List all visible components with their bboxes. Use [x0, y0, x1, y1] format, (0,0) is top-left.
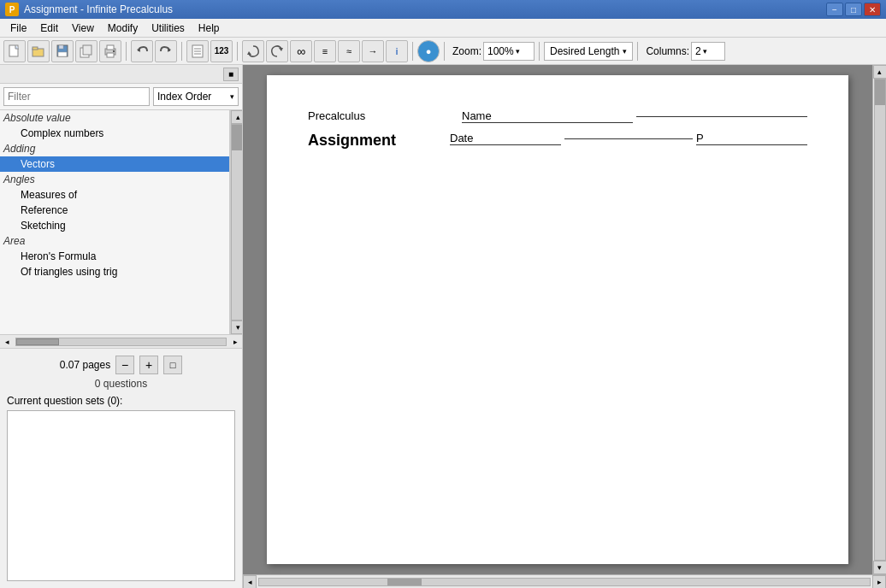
tree-scroll-up[interactable]: ▴ [231, 110, 242, 124]
undo-button[interactable] [131, 40, 153, 62]
menu-help[interactable]: Help [192, 19, 227, 37]
svg-rect-2 [32, 47, 38, 50]
doc-date-line: Date P [446, 132, 807, 145]
hscroll-left[interactable]: ◂ [0, 335, 14, 349]
sets-box[interactable] [7, 410, 235, 581]
equals-btn[interactable]: ≡ [314, 40, 336, 62]
info-area: 0.07 pages − + □ 0 questions Current que… [0, 348, 242, 588]
minimize-button[interactable]: − [826, 3, 843, 16]
tree-scroll-thumb[interactable] [232, 125, 242, 150]
tree-item-adding[interactable]: Adding [0, 141, 229, 156]
tree-item-angles[interactable]: Angles [0, 172, 229, 187]
right-scroll-down[interactable]: ▾ [873, 561, 887, 574]
bottom-scroll-right[interactable]: ▸ [872, 575, 886, 589]
pages-plus-button[interactable]: + [139, 356, 158, 374]
redo-button[interactable] [155, 40, 177, 62]
right-scroll-thumb[interactable] [875, 79, 885, 105]
filter-input[interactable] [3, 87, 150, 106]
zoom-combo[interactable]: 100%▾ [483, 42, 535, 61]
tree-item-measures-of[interactable]: Measures of [0, 187, 229, 203]
refresh2-btn[interactable] [266, 40, 288, 62]
menu-edit[interactable]: Edit [33, 19, 65, 37]
pages-value: 0.07 pages [60, 359, 110, 371]
tree-item-vectors[interactable]: Vectors [0, 156, 229, 172]
current-sets-label: Current question sets (0): [7, 395, 235, 407]
tree-item-absolute-value[interactable]: Absolute value [0, 110, 229, 126]
open-button[interactable] [27, 40, 50, 62]
columns-combo[interactable]: 2▾ [691, 42, 725, 61]
right-scrollbar: ▴ ▾ [872, 65, 886, 574]
menu-view[interactable]: View [65, 19, 101, 37]
main-layout: ■ Index Order ▾ Absolute value Complex n… [0, 65, 886, 588]
tree-item-complex-numbers[interactable]: Complex numbers [0, 126, 229, 141]
123-btn[interactable]: 123 [210, 40, 233, 62]
panel-toggle-button[interactable]: ■ [223, 68, 239, 81]
copy-button[interactable] [75, 40, 97, 62]
doc-header: Precalculus Name [308, 109, 807, 123]
infinity-btn[interactable]: ∞ [290, 40, 312, 62]
questions-label: 0 questions [7, 378, 235, 390]
sep4 [412, 42, 413, 61]
tree-item-herons-formula[interactable]: Heron's Formula [0, 249, 229, 264]
bottom-scroll-thumb[interactable] [387, 579, 422, 585]
arrow-btn[interactable]: → [362, 40, 384, 62]
tree-item-area[interactable]: Area [0, 233, 229, 249]
right-scroll-up[interactable]: ▴ [873, 65, 887, 79]
doc-area[interactable]: Precalculus Name Assignment Date P [243, 65, 872, 574]
svg-rect-10 [107, 53, 114, 57]
desired-length-dropdown[interactable]: Desired Length▾ [544, 42, 633, 61]
bottom-scroll-left[interactable]: ◂ [243, 575, 257, 589]
hscroll-track[interactable] [15, 338, 227, 346]
print-button[interactable] [99, 40, 121, 62]
hscroll-right[interactable]: ▸ [228, 335, 242, 349]
tree-bottom: ◂ ▸ [0, 334, 242, 348]
page-btn[interactable] [186, 40, 209, 62]
tree-container[interactable]: Absolute value Complex numbers Adding Ve… [0, 110, 230, 334]
doc-right-panel: Precalculus Name Assignment Date P [243, 65, 886, 574]
panel-top-bar: ■ [0, 65, 242, 84]
svg-rect-9 [107, 45, 114, 50]
bottom-scroll-track[interactable] [258, 578, 871, 586]
tree-scroll-bar: ▴ ▾ [230, 110, 242, 334]
title-bar-left: P Assignment - Infinite Precalculus [5, 3, 173, 16]
hscroll-thumb[interactable] [16, 338, 59, 345]
tilde-btn[interactable]: ≈ [338, 40, 360, 62]
save-button[interactable] [51, 40, 74, 62]
svg-point-11 [113, 50, 115, 52]
tree-item-of-triangles[interactable]: Of triangles using trig [0, 264, 229, 279]
maximize-button[interactable]: □ [845, 3, 862, 16]
title-bar-controls: − □ ✕ [826, 3, 881, 16]
order-dropdown[interactable]: Index Order ▾ [153, 87, 239, 106]
sep3 [237, 42, 238, 61]
right-panel: Precalculus Name Assignment Date P [243, 65, 886, 588]
tree-item-reference[interactable]: Reference [0, 203, 229, 218]
circle-btn[interactable]: ● [417, 40, 440, 62]
svg-rect-4 [59, 45, 63, 49]
info-btn[interactable]: i [386, 40, 408, 62]
svg-marker-19 [279, 48, 283, 51]
pages-minus-button[interactable]: − [115, 356, 134, 374]
menu-modify[interactable]: Modify [101, 19, 145, 37]
title-bar-text: Assignment - Infinite Precalculus [24, 3, 173, 15]
right-scroll-track[interactable] [874, 79, 886, 561]
sep5 [444, 42, 445, 61]
tree-scroll-down[interactable]: ▾ [231, 320, 242, 334]
doc-title: Assignment [308, 132, 396, 150]
app-icon: P [5, 3, 19, 16]
refresh-btn[interactable] [242, 40, 264, 62]
svg-marker-18 [247, 51, 251, 55]
svg-rect-5 [58, 52, 67, 56]
tree-area: Absolute value Complex numbers Adding Ve… [0, 110, 242, 334]
menu-file[interactable]: File [3, 19, 33, 37]
pages-row: 0.07 pages − + □ [7, 356, 235, 374]
new-button[interactable] [3, 40, 26, 62]
menu-utilities[interactable]: Utilities [145, 19, 192, 37]
svg-rect-7 [83, 45, 92, 55]
page-sheet: Precalculus Name Assignment Date P [267, 75, 848, 564]
tree-scroll-track[interactable] [231, 124, 242, 320]
tree-item-sketching[interactable]: Sketching [0, 218, 229, 233]
title-bar: P Assignment - Infinite Precalculus − □ … [0, 0, 886, 19]
menu-bar: File Edit View Modify Utilities Help [0, 19, 886, 38]
sep7 [637, 42, 638, 61]
close-button[interactable]: ✕ [864, 3, 881, 16]
